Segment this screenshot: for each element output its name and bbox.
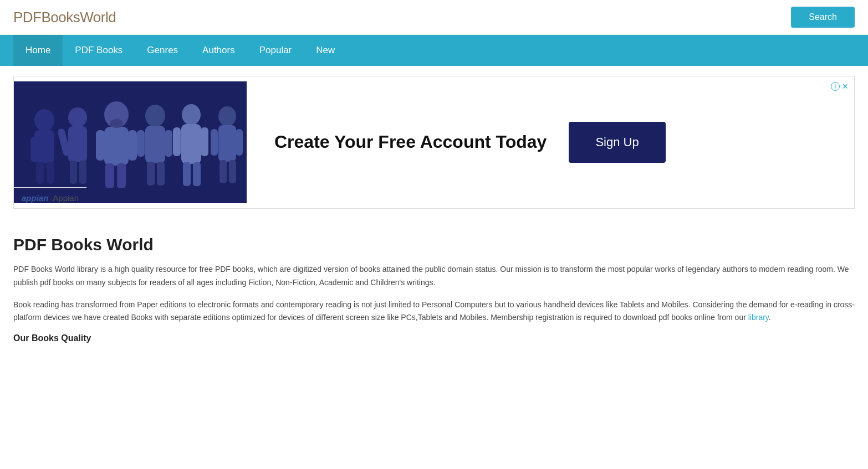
nav-item-genres[interactable]: Genres bbox=[135, 35, 190, 66]
library-link[interactable]: library bbox=[748, 313, 769, 322]
svg-rect-6 bbox=[47, 162, 54, 184]
description-paragraph-2: Book reading has transformed from Paper … bbox=[13, 298, 855, 325]
svg-rect-3 bbox=[30, 137, 38, 162]
svg-point-19 bbox=[110, 119, 123, 128]
svg-rect-17 bbox=[105, 163, 114, 188]
svg-rect-4 bbox=[47, 137, 54, 162]
ad-footer: appian Appian bbox=[14, 187, 86, 208]
ad-illustration bbox=[14, 81, 247, 203]
description-paragraph-1: PDF Books World library is a high qualit… bbox=[13, 263, 855, 290]
svg-rect-11 bbox=[70, 161, 77, 184]
svg-rect-24 bbox=[147, 162, 155, 185]
svg-rect-27 bbox=[181, 124, 201, 164]
site-title: PDF Books World bbox=[13, 235, 855, 254]
svg-rect-35 bbox=[236, 129, 243, 156]
advertiser-logo: appian bbox=[22, 193, 48, 203]
svg-rect-5 bbox=[36, 162, 44, 184]
nav-item-home[interactable]: Home bbox=[13, 35, 63, 66]
main-content: PDF Books World PDF Books World library … bbox=[0, 219, 868, 357]
ad-svg bbox=[14, 81, 247, 203]
svg-point-32 bbox=[218, 106, 236, 126]
ad-content: Create Your Free Account Today Sign Up bbox=[247, 105, 854, 179]
site-logo[interactable]: PDFBooksWorld bbox=[13, 9, 116, 26]
svg-rect-36 bbox=[219, 160, 227, 183]
svg-rect-15 bbox=[96, 130, 105, 161]
svg-point-1 bbox=[34, 109, 54, 131]
search-button[interactable]: Search bbox=[791, 7, 855, 28]
ad-close-icon[interactable]: ✕ bbox=[842, 82, 849, 91]
svg-rect-28 bbox=[173, 127, 181, 156]
ad-close-area: i ✕ bbox=[831, 82, 849, 91]
svg-rect-37 bbox=[229, 160, 236, 183]
svg-rect-23 bbox=[165, 130, 172, 157]
nav-item-pdf-books[interactable]: PDF Books bbox=[63, 35, 135, 66]
svg-rect-31 bbox=[193, 162, 201, 186]
ad-cta-text: Create Your Free Account Today bbox=[274, 131, 547, 154]
svg-rect-30 bbox=[183, 162, 191, 186]
svg-rect-10 bbox=[80, 131, 87, 156]
signup-button[interactable]: Sign Up bbox=[569, 122, 665, 163]
ad-info-icon[interactable]: i bbox=[831, 82, 840, 91]
header: PDFBooksWorld Search bbox=[0, 0, 868, 35]
svg-rect-16 bbox=[128, 130, 137, 161]
svg-point-7 bbox=[68, 107, 87, 127]
svg-point-26 bbox=[182, 104, 201, 125]
nav-item-authors[interactable]: Authors bbox=[190, 35, 247, 66]
svg-rect-25 bbox=[157, 162, 165, 185]
svg-rect-33 bbox=[218, 125, 236, 162]
svg-rect-18 bbox=[117, 163, 126, 188]
svg-rect-12 bbox=[79, 161, 86, 184]
svg-point-20 bbox=[145, 105, 165, 127]
svg-rect-21 bbox=[145, 126, 165, 163]
nav-item-popular[interactable]: Popular bbox=[247, 35, 304, 66]
svg-rect-34 bbox=[211, 129, 218, 156]
ad-banner: i ✕ bbox=[13, 76, 855, 209]
svg-rect-29 bbox=[201, 127, 208, 156]
svg-rect-22 bbox=[137, 130, 145, 157]
books-quality-heading: Our Books Quality bbox=[13, 333, 855, 343]
advertiser-name: Appian bbox=[53, 193, 79, 203]
main-nav: Home PDF Books Genres Authors Popular Ne… bbox=[0, 35, 868, 66]
svg-rect-14 bbox=[104, 127, 129, 166]
nav-item-new[interactable]: New bbox=[304, 35, 347, 66]
